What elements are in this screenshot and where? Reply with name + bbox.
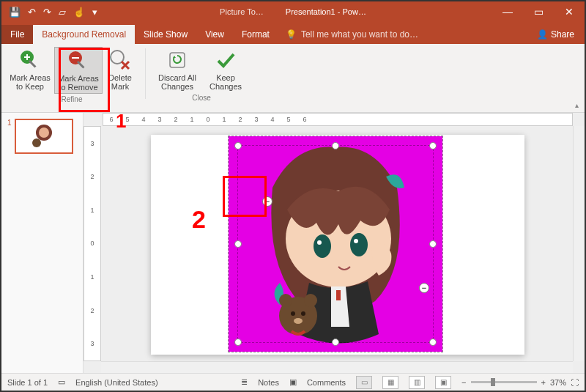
svg-rect-2 [26,54,28,60]
keep-changes-button[interactable]: Keep Changes [201,47,250,92]
group-close: Discard All Changes Keep Changes Close [149,44,254,112]
mark-areas-to-keep-button[interactable]: Mark Areas to Keep [6,47,54,94]
annotation-number-2: 2 [192,205,206,234]
crop-marquee[interactable] [237,145,434,343]
close-window-button[interactable]: ✕ [554,1,585,22]
recycle-icon [166,48,189,72]
start-from-beginning-icon[interactable]: ▱ [59,7,66,18]
notes-button[interactable]: Notes [258,378,279,387]
tell-me-placeholder: Tell me what you want to do… [301,29,418,40]
svg-point-11 [32,138,41,147]
horizontal-ruler[interactable]: 6543210123456 [103,113,573,126]
horizontal-scrollbar[interactable] [101,361,573,373]
thumb-number: 1 [7,119,12,154]
thumbnail-image-icon [28,122,60,150]
label: to Keep [16,82,44,91]
label: Changes [209,82,242,91]
label: Changes [161,82,193,91]
zoom-slider[interactable] [471,381,537,383]
qat-dropdown-icon[interactable]: ▾ [92,7,97,18]
resize-handle[interactable] [429,142,437,149]
slide-canvas-area: 6543210123456 3210123 [84,113,585,373]
remove-mark-point-icon[interactable]: − [419,283,429,293]
resize-handle[interactable] [332,142,339,149]
plus-pencil-icon [18,48,42,72]
resize-handle[interactable] [234,142,242,149]
slideshow-view-button[interactable]: ▣ [435,376,451,389]
resize-handle[interactable] [332,339,339,346]
group-label-close: Close [192,94,211,102]
vertical-ruler[interactable]: 3210123 [84,126,101,361]
label: Delete [108,73,132,82]
label: Keep [216,73,235,82]
undo-icon[interactable]: ↶ [28,7,36,18]
spellcheck-icon[interactable]: ▭ [58,377,65,387]
maximize-button[interactable]: ▭ [523,1,554,22]
fit-to-window-button[interactable]: ⛶ [571,378,579,387]
resize-handle[interactable] [429,339,437,346]
discard-all-changes-button[interactable]: Discard All Changes [153,47,201,92]
slide[interactable]: − − [151,135,524,355]
reading-view-button[interactable]: ▥ [409,376,425,389]
annotation-box-2 [223,176,267,217]
slide-thumbnail-panel[interactable]: 1 [1,113,84,373]
tab-format[interactable]: Format [233,25,278,44]
slide-thumbnail-1[interactable] [15,119,73,154]
svg-rect-3 [29,60,37,68]
vertical-scrollbar[interactable] [573,126,585,361]
tab-background-removal[interactable]: Background Removal [33,25,135,44]
quick-access-toolbar: 💾 ↶ ↷ ▱ ☝ ▾ [1,7,97,18]
slide-counter: Slide 1 of 1 [7,378,48,387]
title-bar: 💾 ↶ ↷ ▱ ☝ ▾ Picture To… Presentation1 - … [1,1,585,22]
normal-view-button[interactable]: ▭ [356,376,372,389]
checkmark-icon [214,48,237,72]
comments-button[interactable]: Comments [307,378,346,387]
work-area: 1 6543210123456 3210123 [1,113,585,373]
slide-sorter-view-button[interactable]: ▦ [382,376,398,389]
comments-icon: ▣ [289,377,297,387]
label: Mark [111,82,129,91]
share-icon: 👤 [537,29,548,40]
zoom-out-button[interactable]: − [461,378,466,387]
context-tab-title: Picture To… [220,7,264,16]
save-icon[interactable]: 💾 [9,7,21,18]
zoom-in-button[interactable]: + [541,378,546,387]
label: Discard All [158,73,196,82]
selected-picture[interactable]: − − [229,136,442,352]
annotation-box-1 [59,48,110,112]
notes-icon: ≣ [241,377,248,387]
tab-file[interactable]: File [1,25,33,44]
zoom-percent[interactable]: 37% [550,378,566,387]
minimize-button[interactable]: — [492,1,523,22]
status-bar: Slide 1 of 1 ▭ English (United States) ≣… [1,373,585,391]
language-status[interactable]: English (United States) [75,378,158,387]
document-title: Presentation1 - Pow… [286,7,366,16]
label: Mark Areas [10,73,51,82]
share-button[interactable]: 👤 Share [527,25,585,44]
resize-handle[interactable] [234,240,242,248]
redo-icon[interactable]: ↷ [43,7,51,18]
resize-handle[interactable] [234,339,242,346]
collapse-ribbon-icon[interactable]: ▴ [575,101,579,109]
ribbon-tabs: File Background Removal Slide Show View … [1,22,585,44]
touch-mode-icon[interactable]: ☝ [73,7,85,18]
delete-mark-icon [108,48,132,72]
svg-point-10 [39,127,49,138]
lightbulb-icon: 💡 [286,29,297,40]
tab-slide-show[interactable]: Slide Show [135,25,196,44]
share-label: Share [551,29,574,40]
zoom-control: − + 37% ⛶ [461,378,579,387]
resize-handle[interactable] [429,240,437,248]
tab-view[interactable]: View [196,25,233,44]
tell-me-search[interactable]: 💡 Tell me what you want to do… [278,25,527,44]
annotation-number-1: 1 [116,110,126,133]
